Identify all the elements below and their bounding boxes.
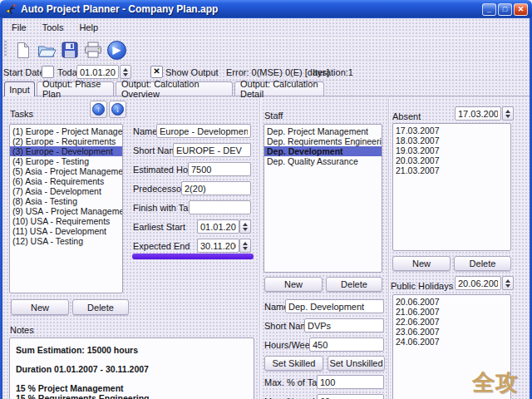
show-output-checkbox[interactable] [150, 66, 163, 78]
task-list-item[interactable]: (2) Europe - Requirements [10, 136, 122, 146]
holiday-date-item[interactable]: 23.06.2007 [393, 327, 510, 337]
menu-item[interactable]: Help [77, 22, 100, 33]
task-list-item[interactable]: (9) USA - Project Management [10, 206, 122, 216]
holiday-date-item[interactable]: 24.06.2007 [393, 337, 510, 347]
absent-date-item[interactable]: 21.03.2007 [393, 165, 510, 175]
notes-textarea[interactable]: Sum Estimation: 15000 hours Duration 01.… [9, 337, 254, 399]
absent-new-button[interactable]: New [392, 256, 451, 271]
absent-label: Absent [392, 111, 421, 121]
absent-delete-button[interactable]: Delete [454, 256, 511, 271]
absent-listbox[interactable]: 17.03.200718.03.200719.03.200720.03.2007… [392, 123, 511, 251]
expected-end-input[interactable] [197, 239, 239, 253]
run-calculation-button[interactable]: ▶ [105, 38, 128, 62]
absent-date-item[interactable]: 18.03.2007 [393, 135, 510, 145]
arrow-up-icon: ↑ [92, 103, 105, 116]
task-list-item[interactable]: (10) USA - Requirements [10, 216, 122, 226]
tab-output-calculation-overview[interactable]: Output: Calculation Overview [116, 81, 233, 96]
earliest-start-spinner[interactable] [239, 219, 251, 234]
expected-end-spinner[interactable] [239, 239, 251, 253]
move-task-down-button[interactable]: ↓ [109, 101, 126, 118]
holiday-date-item[interactable]: 22.06.2007 [393, 317, 510, 327]
move-task-up-button[interactable]: ↑ [90, 101, 107, 118]
absent-date-item[interactable]: 17.03.2007 [393, 126, 510, 135]
minimize-button[interactable]: _ [482, 3, 496, 16]
tab-label: Output: Calculation Detail [240, 79, 318, 99]
tab-input[interactable]: Input [4, 81, 35, 96]
task-list-item[interactable]: (5) Asia - Project Management [10, 166, 122, 176]
staff-list-item[interactable]: Dep. Quality Assurance [264, 156, 382, 166]
staff-listbox[interactable]: Dep. Project ManagementDep. Requirements… [264, 124, 382, 273]
task-short-name-input[interactable] [173, 143, 251, 157]
divider [2, 37, 530, 37]
task-list-item[interactable]: (6) Asia - Requirements [10, 176, 122, 186]
max-percent-task-input[interactable] [317, 375, 384, 389]
title-bar[interactable]: Auto Project Planner - Company Plan.app … [0, 0, 532, 18]
notes-label: Notes [10, 325, 34, 335]
task-name-input[interactable] [156, 124, 251, 138]
predecessors-input[interactable] [181, 181, 251, 195]
set-skilled-button[interactable]: Set Skilled [264, 356, 323, 371]
task-list-item[interactable]: (1) Europe - Project Management [10, 126, 122, 136]
toolbar-grip[interactable] [4, 41, 7, 57]
hours-per-week-label: Hours/Week [264, 340, 314, 350]
finish-with-task-input[interactable] [189, 200, 251, 214]
staff-list-item[interactable]: Dep. Project Management [264, 126, 382, 136]
tasks-listbox[interactable]: (1) Europe - Project Management(2) Europ… [9, 124, 123, 293]
start-date-input[interactable] [76, 65, 119, 79]
task-list-item[interactable]: (4) Europe - Testing [10, 156, 122, 166]
task-name-label: Name [133, 126, 157, 136]
holiday-date-item[interactable]: 21.06.2007 [393, 307, 510, 317]
save-button[interactable] [58, 38, 81, 62]
task-list-item[interactable]: (3) Europe - Development [10, 146, 122, 156]
max-percent-week-input[interactable] [317, 394, 384, 399]
start-date-spinner[interactable] [120, 65, 131, 79]
open-folder-icon [37, 42, 57, 58]
absent-date-input[interactable] [455, 106, 501, 121]
new-document-button[interactable] [12, 38, 35, 62]
absent-date-spinner[interactable] [502, 106, 514, 121]
open-file-button[interactable] [35, 38, 58, 62]
divider [2, 61, 530, 62]
maximize-button[interactable]: □ [498, 3, 512, 16]
hours-per-week-input[interactable] [309, 337, 384, 352]
tab-output-calculation-detail[interactable]: Output: Calculation Detail [234, 81, 324, 96]
window-title: Auto Project Planner - Company Plan.app [21, 3, 480, 15]
menu-item[interactable]: Tools [41, 22, 66, 33]
save-floppy-icon [62, 42, 78, 58]
tab-label: Input [9, 85, 29, 95]
holiday-date-item[interactable]: 20.06.2007 [393, 297, 510, 307]
staff-list-item[interactable]: Dep. Requirements Engineering [264, 136, 382, 146]
earliest-start-input[interactable] [197, 219, 239, 234]
show-output-label: Show Output [165, 67, 219, 77]
tab-output-phase-plan[interactable]: Output: Phase Plan [37, 81, 114, 96]
public-holidays-label: Public Holidays [391, 281, 453, 291]
staff-list-item[interactable]: Dep. Development [264, 146, 382, 156]
arrow-down-icon: ↓ [111, 103, 124, 116]
estimated-hours-input[interactable] [188, 162, 251, 176]
task-delete-button[interactable]: Delete [72, 299, 129, 315]
staff-short-name-input[interactable] [304, 318, 384, 332]
progress-bar [132, 254, 254, 259]
start-date-label: Start Date [3, 67, 45, 77]
set-unskilled-button[interactable]: Set Unskilled [328, 356, 385, 371]
tab-label: Output: Calculation Overview [121, 79, 227, 99]
staff-delete-button[interactable]: Delete [326, 277, 382, 292]
task-list-item[interactable]: (12) USA - Testing [10, 236, 122, 246]
holiday-date-input[interactable] [455, 276, 501, 290]
staff-new-button[interactable]: New [264, 277, 323, 292]
close-button[interactable]: ✕ [514, 3, 528, 16]
tab-label: Output: Phase Plan [42, 79, 108, 99]
print-button[interactable] [81, 38, 105, 62]
tasks-label: Tasks [10, 109, 33, 119]
task-list-item[interactable]: (8) Asia - Testing [10, 196, 122, 206]
absent-date-item[interactable]: 20.03.2007 [393, 155, 510, 165]
watermark-text: 全攻略 [472, 367, 532, 399]
menu-item[interactable]: File [10, 22, 28, 33]
absent-date-item[interactable]: 19.03.2007 [393, 145, 510, 155]
holiday-date-spinner[interactable] [502, 276, 514, 290]
staff-name-input[interactable] [285, 299, 384, 313]
task-new-button[interactable]: New [11, 299, 69, 315]
task-list-item[interactable]: (7) Asia - Development [10, 186, 122, 196]
task-list-item[interactable]: (11) USA - Development [10, 226, 122, 236]
today-checkbox[interactable] [42, 66, 54, 78]
